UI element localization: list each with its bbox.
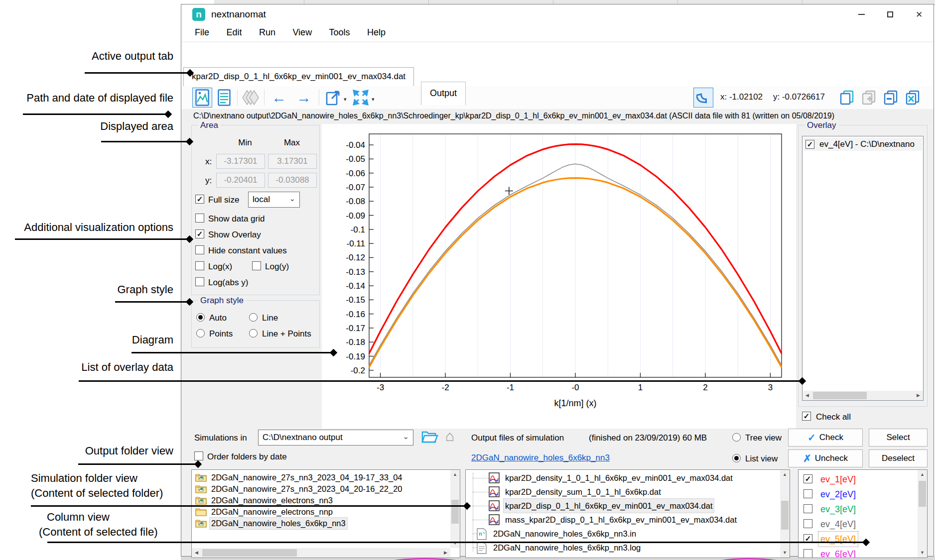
- overlay-item[interactable]: ev_4[eV] - C:\D\nextnano: [803, 138, 922, 151]
- y-tick-label: -0.13: [346, 267, 365, 277]
- show-data-grid-checkbox[interactable]: [195, 214, 204, 223]
- forward-arrow-icon: →: [296, 90, 311, 105]
- hide-constant-values-checkbox[interactable]: [195, 245, 204, 254]
- y-tick-label: -0.19: [346, 352, 365, 361]
- column-checkbox[interactable]: [803, 489, 812, 498]
- menu-run[interactable]: Run: [252, 24, 283, 40]
- fullscreen-dropdown-caret[interactable]: ▾: [372, 96, 375, 103]
- vscroll-thumb[interactable]: [781, 501, 789, 530]
- remove-tab-button[interactable]: [881, 88, 901, 108]
- log-y-checkbox[interactable]: [252, 261, 261, 270]
- y-tick-label: -0.08: [346, 197, 365, 206]
- add-tab-button[interactable]: [859, 88, 879, 108]
- annotation-graph-style: Graph style: [118, 283, 174, 296]
- data-view-button[interactable]: [214, 88, 234, 108]
- column-checkbox[interactable]: [803, 504, 812, 513]
- menu-tools[interactable]: Tools: [322, 24, 358, 40]
- list-view-radio[interactable]: [732, 454, 741, 462]
- export-dropdown-caret[interactable]: ▾: [344, 96, 347, 103]
- y-min-field[interactable]: -0.20401: [216, 173, 265, 188]
- scroll-up-icon[interactable]: ▲: [450, 470, 460, 479]
- menu-file[interactable]: File: [187, 24, 217, 40]
- folder-vscrollbar[interactable]: ▲ ▼: [450, 470, 460, 548]
- column-vscrollbar[interactable]: ▲ ▼: [918, 470, 927, 558]
- scroll-down-icon[interactable]: ▼: [918, 548, 927, 558]
- overlay-list[interactable]: ev_4[eV] - C:\D\nextnano ◀ ▶: [802, 136, 924, 401]
- menu-help[interactable]: Help: [360, 24, 393, 40]
- style-line-points-label: Line + Points: [262, 329, 311, 339]
- tab-output[interactable]: Output: [421, 82, 466, 105]
- close-tab-button[interactable]: [903, 88, 923, 108]
- new-tab-button[interactable]: [837, 88, 857, 108]
- toolbar-separator: [264, 90, 265, 106]
- simulations-path-select[interactable]: C:\D\nextnano output ⌄: [258, 430, 413, 446]
- y-tick-label: -0.09: [346, 211, 365, 221]
- scroll-up-icon[interactable]: ▲: [918, 470, 927, 479]
- close-button[interactable]: ✕: [905, 4, 934, 24]
- svg-text:n: n: [479, 531, 482, 537]
- active-output-file-tab[interactable]: kpar2D_disp_0_1_hl_6x6kp_ev_min001_ev_ma…: [183, 67, 414, 86]
- slices-button[interactable]: [241, 88, 261, 108]
- hscroll-thumb[interactable]: [813, 392, 867, 399]
- overlay-hscrollbar[interactable]: ◀ ▶: [802, 391, 923, 400]
- style-line-radio[interactable]: [249, 313, 258, 322]
- y-max-field[interactable]: -0.03088: [268, 173, 317, 188]
- cursor-x-coordinate: x: -1.02102: [720, 92, 763, 102]
- hscroll-thumb[interactable]: [202, 549, 297, 557]
- scroll-down-icon[interactable]: ▼: [450, 539, 460, 548]
- deselect-button[interactable]: Deselect: [869, 449, 928, 467]
- diagram-svg[interactable]: -0.04-0.05-0.06-0.07-0.08-0.09-0.1-0.11-…: [322, 124, 796, 429]
- previous-button[interactable]: ←: [269, 88, 289, 108]
- snap-cursor-button[interactable]: [693, 88, 713, 108]
- menu-edit[interactable]: Edit: [219, 24, 249, 40]
- scroll-right-icon[interactable]: ▶: [914, 391, 923, 400]
- scroll-up-icon[interactable]: ▲: [780, 470, 790, 479]
- show-overlay-checkbox[interactable]: [195, 229, 204, 238]
- simulation-folder-list[interactable]: kpar2D_density_1_0_1_hl_6x6kp_ev_min001_…: [465, 469, 790, 558]
- log-abs-y-checkbox[interactable]: [195, 277, 204, 286]
- menu-view[interactable]: View: [285, 24, 319, 40]
- maximize-button[interactable]: [876, 4, 905, 24]
- full-size-mode-select[interactable]: local ⌄: [248, 192, 300, 208]
- folder-hscrollbar[interactable]: ◀ ▶: [192, 548, 450, 558]
- column-checkbox[interactable]: [803, 519, 812, 528]
- column-label: ev_3[eV]: [818, 502, 858, 517]
- style-auto-radio[interactable]: [196, 313, 205, 322]
- style-points-radio[interactable]: [196, 329, 205, 337]
- vscroll-thumb[interactable]: [919, 481, 926, 507]
- select-button[interactable]: Select: [869, 429, 928, 447]
- close-icon: ✕: [916, 9, 923, 20]
- overlay-item-checkbox[interactable]: [805, 140, 814, 149]
- scroll-down-icon[interactable]: ▼: [780, 548, 790, 558]
- chart-view-button[interactable]: [192, 88, 212, 108]
- home-folder-button[interactable]: ⌂: [445, 428, 454, 445]
- y-tick-label: -0.14: [346, 281, 365, 291]
- column-checkbox[interactable]: [803, 549, 812, 558]
- export-button[interactable]: [324, 88, 344, 108]
- order-folders-checkbox[interactable]: [194, 451, 203, 460]
- scroll-right-icon[interactable]: ▶: [441, 548, 450, 558]
- tree-view-radio[interactable]: [732, 433, 741, 442]
- simulation-folder-link[interactable]: 2DGaN_nanowire_holes_6x6kp_nn3: [471, 453, 610, 463]
- check-all-checkbox[interactable]: [802, 412, 811, 421]
- x-min-field[interactable]: -3.17301: [216, 154, 265, 169]
- output-folder-list[interactable]: 2DGaN_nanowire_27s_nn3_2023_04_19-17_33_…: [191, 469, 460, 558]
- log-x-checkbox[interactable]: [195, 261, 204, 270]
- fullscreen-button[interactable]: [351, 88, 371, 108]
- export-icon: [326, 90, 342, 106]
- folder-images-icon: [195, 519, 207, 528]
- scroll-left-icon[interactable]: ◀: [192, 548, 201, 558]
- column-checkbox[interactable]: [803, 474, 812, 483]
- scroll-left-icon[interactable]: ◀: [802, 391, 812, 400]
- check-button[interactable]: ✓ Check: [788, 429, 863, 447]
- minimize-button[interactable]: [847, 4, 876, 24]
- x-max-field[interactable]: 3.17301: [268, 154, 317, 169]
- file-vscrollbar[interactable]: ▲ ▼: [780, 470, 790, 558]
- next-button[interactable]: →: [294, 88, 314, 108]
- vscroll-thumb[interactable]: [451, 500, 459, 524]
- open-folder-button[interactable]: [421, 429, 438, 446]
- style-line-points-radio[interactable]: [249, 329, 258, 337]
- full-size-checkbox[interactable]: [195, 195, 204, 204]
- uncheck-button[interactable]: ✗ Uncheck: [788, 449, 863, 467]
- column-list[interactable]: ev_1[eV]ev_2[eV]ev_3[eV]ev_4[eV]ev_5[eV]…: [798, 469, 928, 558]
